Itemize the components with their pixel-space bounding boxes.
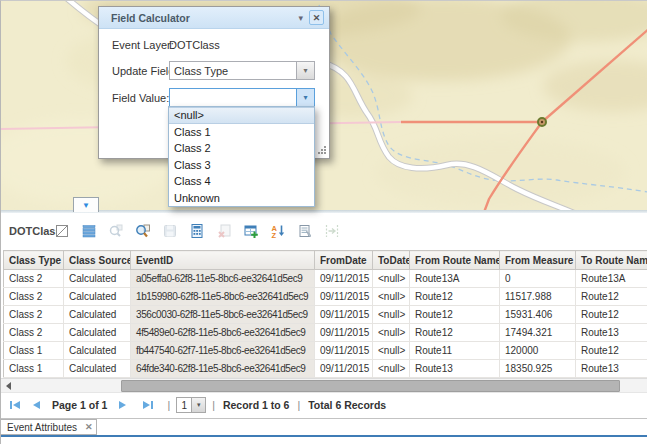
horizontal-scrollbar[interactable]: [1, 378, 647, 393]
pagination-bar: Page 1 of 1 | 1 ▾ | Record 1 to 6 | Tota…: [1, 392, 647, 418]
last-page-button[interactable]: [141, 398, 155, 412]
table-cell[interactable]: Route13A: [576, 270, 647, 288]
dropdown-option-null[interactable]: <null>: [169, 107, 314, 124]
field-value-dropdown-list: <null> Class 1 Class 2 Class 3 Class 4 U…: [168, 106, 315, 207]
chevron-down-icon[interactable]: ▾: [296, 89, 314, 106]
shift-records-button: [324, 223, 340, 239]
table-cell[interactable]: Route12: [410, 306, 500, 324]
table-cell[interactable]: <null>: [373, 270, 410, 288]
table-cell[interactable]: <null>: [373, 306, 410, 324]
column-header-from-measure[interactable]: From Measure: [500, 251, 576, 270]
table-cell[interactable]: <null>: [373, 342, 410, 360]
add-records-button[interactable]: [243, 223, 259, 239]
table-row[interactable]: Class 1 Calculated fb447540-62f7-11e5-8b…: [4, 342, 647, 360]
table-cell-eventid[interactable]: 4f5489e0-62f8-11e5-8bc6-ee32641d5ec9: [131, 324, 315, 342]
table-cell[interactable]: Route11: [410, 342, 500, 360]
table-cell[interactable]: Route12: [410, 288, 500, 306]
next-page-button[interactable]: [115, 398, 129, 412]
table-cell-eventid[interactable]: fb447540-62f7-11e5-8bc6-ee32641d5ec9: [131, 342, 315, 360]
table-cell[interactable]: 17494.321: [500, 324, 576, 342]
table-cell[interactable]: Calculated: [64, 342, 131, 360]
dialog-titlebar[interactable]: Field Calculator ▾ ✕: [99, 7, 329, 29]
chevron-down-icon[interactable]: ▾: [296, 62, 314, 79]
column-header-to-route-name[interactable]: To Route Name: [576, 251, 647, 270]
dialog-minimize-button[interactable]: ▾: [298, 13, 303, 23]
field-calculator-button[interactable]: [189, 223, 205, 239]
scroll-left-arrow[interactable]: [6, 382, 11, 390]
update-field-combobox[interactable]: Class Type ▾: [169, 61, 315, 80]
table-cell[interactable]: <null>: [373, 324, 410, 342]
table-row[interactable]: Class 1 Calculated 64fde340-62f8-11e5-8b…: [4, 360, 647, 378]
page-count-text: Page 1 of 1: [52, 399, 107, 411]
column-header-from-route-name[interactable]: From Route Name: [410, 251, 500, 270]
table-cell-eventid[interactable]: a05effa0-62f8-11e5-8bc6-ee32641d5ec9: [131, 270, 315, 288]
dialog-resize-grip[interactable]: [317, 146, 326, 155]
table-cell[interactable]: 09/11/2015: [315, 306, 373, 324]
dropdown-option-class1[interactable]: Class 1: [169, 124, 314, 141]
column-header-class-source[interactable]: Class Source: [64, 251, 131, 270]
table-row[interactable]: Class 2 Calculated a05effa0-62f8-11e5-8b…: [4, 270, 647, 288]
table-cell[interactable]: 0: [500, 270, 576, 288]
table-row[interactable]: Class 2 Calculated 1b159980-62f8-11e5-8b…: [4, 288, 647, 306]
table-cell-eventid[interactable]: 1b159980-62f8-11e5-8bc6-ee32641d5ec9: [131, 288, 315, 306]
table-cell[interactable]: 09/11/2015: [315, 342, 373, 360]
table-cell-eventid[interactable]: 64fde340-62f8-11e5-8bc6-ee32641d5ec9: [131, 360, 315, 378]
dropdown-option-class2[interactable]: Class 2: [169, 140, 314, 157]
chevron-down-icon[interactable]: ▾: [192, 397, 206, 413]
table-cell[interactable]: Class 2: [4, 270, 64, 288]
zoom-to-features-button[interactable]: [135, 223, 151, 239]
dialog-close-button[interactable]: ✕: [309, 10, 324, 25]
table-cell[interactable]: Calculated: [64, 288, 131, 306]
table-cell[interactable]: Calculated: [64, 270, 131, 288]
table-cell-eventid[interactable]: 356c0030-62f8-11e5-8bc6-ee32641d5ec9: [131, 306, 315, 324]
previous-page-button[interactable]: [30, 398, 44, 412]
table-cell[interactable]: Class 1: [4, 360, 64, 378]
table-cell[interactable]: Route12: [576, 342, 647, 360]
show-selected-records-button[interactable]: [81, 223, 97, 239]
dropdown-option-unknown[interactable]: Unknown: [169, 190, 314, 207]
table-cell[interactable]: 09/11/2015: [315, 270, 373, 288]
table-cell[interactable]: 18350.925: [500, 360, 576, 378]
table-cell[interactable]: Calculated: [64, 306, 131, 324]
dropdown-option-class4[interactable]: Class 4: [169, 173, 314, 190]
table-cell[interactable]: Class 1: [4, 342, 64, 360]
table-cell[interactable]: Route13: [576, 360, 647, 378]
column-header-eventid[interactable]: EventID: [131, 251, 315, 270]
column-header-class-type[interactable]: Class Type: [4, 251, 64, 270]
sort-button[interactable]: AZ: [270, 223, 286, 239]
field-value-combobox[interactable]: ▾: [169, 88, 315, 107]
table-cell[interactable]: Calculated: [64, 360, 131, 378]
table-cell[interactable]: 09/11/2015: [315, 324, 373, 342]
page-select[interactable]: 1 ▾: [176, 397, 206, 413]
collapse-panel-button[interactable]: ▼: [73, 197, 99, 212]
close-icon[interactable]: ✕: [85, 422, 93, 432]
column-header-fromdate[interactable]: FromDate: [315, 251, 373, 270]
table-row[interactable]: Class 2 Calculated 356c0030-62f8-11e5-8b…: [4, 306, 647, 324]
table-cell[interactable]: Route12: [576, 288, 647, 306]
table-cell[interactable]: 09/11/2015: [315, 360, 373, 378]
select-features-button[interactable]: [54, 223, 70, 239]
first-page-button[interactable]: [8, 398, 22, 412]
table-cell[interactable]: Route13: [576, 324, 647, 342]
table-cell[interactable]: Route13A: [410, 270, 500, 288]
scrollbar-thumb[interactable]: [121, 380, 620, 392]
table-cell[interactable]: <null>: [373, 360, 410, 378]
table-cell[interactable]: <null>: [373, 288, 410, 306]
report-button[interactable]: [297, 223, 313, 239]
dropdown-option-class3[interactable]: Class 3: [169, 157, 314, 174]
tab-label: Event Attributes: [7, 422, 77, 433]
table-cell[interactable]: Route13: [410, 360, 500, 378]
column-header-todate[interactable]: ToDate: [373, 251, 410, 270]
table-cell[interactable]: Class 2: [4, 288, 64, 306]
table-cell[interactable]: Class 2: [4, 324, 64, 342]
table-cell[interactable]: 15931.406: [500, 306, 576, 324]
table-cell[interactable]: Route12: [410, 324, 500, 342]
table-cell[interactable]: Route12: [576, 306, 647, 324]
tab-event-attributes[interactable]: Event Attributes ✕: [1, 419, 97, 435]
table-cell[interactable]: 11517.988: [500, 288, 576, 306]
table-cell[interactable]: 09/11/2015: [315, 288, 373, 306]
table-cell[interactable]: 120000: [500, 342, 576, 360]
table-cell[interactable]: Calculated: [64, 324, 131, 342]
table-row[interactable]: Class 2 Calculated 4f5489e0-62f8-11e5-8b…: [4, 324, 647, 342]
table-cell[interactable]: Class 2: [4, 306, 64, 324]
